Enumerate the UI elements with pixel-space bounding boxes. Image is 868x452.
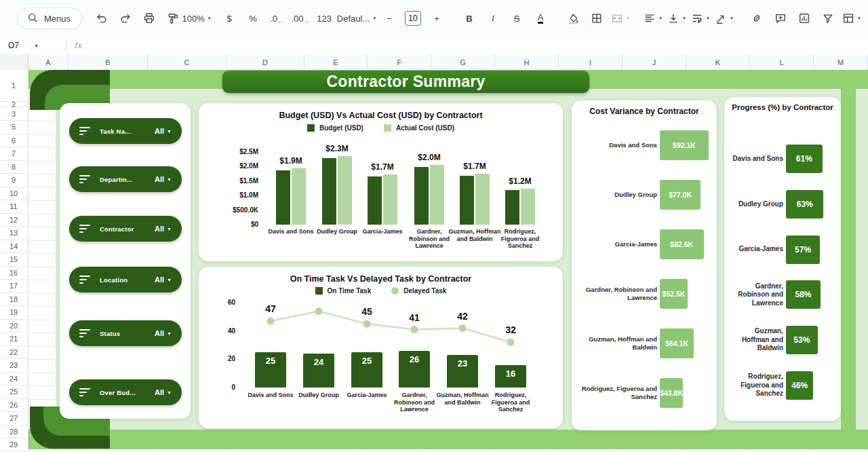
row-header-17[interactable]: 17: [0, 280, 27, 293]
filter-slicer-location[interactable]: LocationAll▼: [69, 267, 182, 293]
font-size-input[interactable]: 10: [405, 11, 421, 26]
name-box[interactable]: O7 ▼: [0, 41, 66, 50]
row-header-16[interactable]: 16: [0, 267, 27, 280]
dropdown-caret-icon: ▼: [626, 16, 630, 20]
table-views-button[interactable]: ▼: [841, 9, 863, 28]
horizontal-align-button[interactable]: ▼: [642, 9, 664, 28]
row-header-15[interactable]: 15: [0, 253, 27, 267]
row-header-2[interactable]: 2: [0, 102, 27, 107]
column-header-F[interactable]: F: [368, 54, 431, 70]
hbar-category-label: Gardner, Robinson and Lawrence: [576, 278, 657, 310]
row-header-13[interactable]: 13: [0, 227, 27, 240]
column-header-H[interactable]: H: [495, 54, 559, 70]
column-header-G[interactable]: G: [431, 54, 495, 70]
filter-slicer-contractor[interactable]: ContractorAll▼: [69, 216, 182, 242]
row-header-12[interactable]: 12: [0, 214, 27, 227]
row-header-18[interactable]: 18: [0, 293, 27, 307]
fill-color-button[interactable]: [562, 9, 584, 28]
text-color-button[interactable]: A: [530, 9, 551, 28]
borders-button[interactable]: [586, 9, 608, 28]
functions-button[interactable]: Σ: [865, 9, 868, 28]
filter-slicer-taskna[interactable]: Task Na...All▼: [69, 118, 182, 144]
font-size-decrease-button[interactable]: −: [378, 9, 400, 28]
bar-value-label: 16: [495, 369, 526, 379]
column-header-C[interactable]: C: [148, 54, 226, 70]
formula-input[interactable]: [81, 37, 868, 54]
format-percent-button[interactable]: %: [242, 9, 264, 28]
category-label: Rodriguez, Figueroa and Sanchez: [484, 392, 537, 413]
column-header-M[interactable]: M: [814, 54, 868, 70]
text-rotation-button[interactable]: ▼: [713, 9, 735, 28]
create-filter-button[interactable]: [817, 9, 839, 28]
row-header-23[interactable]: 23: [0, 359, 27, 373]
row-header-24[interactable]: 24: [0, 373, 27, 386]
column-header-E[interactable]: E: [304, 54, 368, 70]
row-header-28[interactable]: 28: [0, 426, 27, 439]
align-left-icon: [644, 12, 656, 24]
row-header-11[interactable]: 11: [0, 200, 27, 214]
redo-button[interactable]: [115, 9, 136, 28]
row-headers: 1235678910111213141516171819202122232425…: [0, 70, 28, 452]
filter-slicer-departm[interactable]: Departm...All▼: [69, 166, 182, 192]
row-header-10[interactable]: 10: [0, 187, 27, 201]
chart-title: Budget (USD) Vs Actual Cost (USD) by Con…: [199, 111, 563, 120]
row-header-1[interactable]: 1: [0, 70, 27, 102]
row-header-14[interactable]: 14: [0, 240, 27, 254]
bold-button[interactable]: B: [458, 9, 480, 28]
column-header-I[interactable]: I: [559, 54, 623, 70]
print-button[interactable]: [138, 9, 160, 28]
name-box-caret-icon[interactable]: ▼: [34, 43, 39, 48]
column-header-A[interactable]: A: [28, 54, 68, 70]
hbar-category-label: Davis and Sons: [726, 143, 783, 175]
toolbar: Menus100%▼$%.0←.00→123Defaul...▼−10+BISA…: [0, 0, 868, 37]
increase-decimal-button[interactable]: .00→: [290, 9, 311, 28]
menus-button[interactable]: Menus: [18, 7, 82, 29]
row-header-3[interactable]: 3: [0, 107, 27, 121]
decrease-decimal-button[interactable]: .0←: [266, 9, 288, 28]
row-header-9[interactable]: 9: [0, 174, 27, 187]
row-header-29[interactable]: 29: [0, 438, 27, 452]
column-header-J[interactable]: J: [623, 54, 686, 70]
strikethrough-button[interactable]: S: [506, 9, 528, 28]
row-header-5[interactable]: 5: [0, 121, 27, 134]
row-header-label: 24: [9, 375, 18, 383]
filter-slicer-status[interactable]: StatusAll▼: [69, 320, 182, 346]
zoom-select[interactable]: 100%▼: [186, 9, 208, 28]
font-size-increase-button[interactable]: +: [426, 9, 448, 28]
on-time-task-swatch: [315, 287, 323, 295]
filter-value: All: [155, 225, 164, 233]
row-header-8[interactable]: 8: [0, 161, 27, 174]
undo-button[interactable]: [91, 9, 113, 28]
font-size-input[interactable]: 10: [402, 9, 424, 28]
filter-label: Location: [100, 276, 127, 284]
insert-link-button[interactable]: [746, 9, 768, 28]
paint-format-button[interactable]: [162, 9, 184, 28]
column-header-B[interactable]: B: [68, 54, 148, 70]
row-header-20[interactable]: 20: [0, 320, 27, 333]
insert-comment-button[interactable]: [770, 9, 791, 28]
column-header-K[interactable]: K: [686, 54, 750, 70]
row-header-7[interactable]: 7: [0, 147, 27, 161]
format-currency-button[interactable]: $: [218, 9, 240, 28]
column-header-L[interactable]: L: [750, 54, 814, 70]
row-header-27[interactable]: 27: [0, 412, 27, 426]
number-format-button[interactable]: 123: [313, 9, 335, 28]
row-header-6[interactable]: 6: [0, 134, 27, 148]
insert-chart-button[interactable]: [793, 9, 815, 28]
row-header-label: 7: [12, 149, 16, 157]
font-select[interactable]: Defaul...▼: [346, 9, 368, 28]
column-header-D[interactable]: D: [226, 54, 304, 70]
vertical-align-button[interactable]: ▼: [666, 9, 688, 28]
progress-bar: 46%: [786, 371, 813, 400]
filter-slicer-overbud[interactable]: Over Bud...All▼: [69, 379, 182, 405]
category-label: Davis and Sons: [244, 392, 297, 399]
row-header-26[interactable]: 26: [0, 399, 27, 413]
row-header-21[interactable]: 21: [0, 333, 27, 346]
italic-button[interactable]: I: [482, 9, 504, 28]
corner-cell[interactable]: [0, 54, 28, 70]
merge-cells-button[interactable]: ▼: [610, 9, 631, 28]
row-header-19[interactable]: 19: [0, 306, 27, 320]
row-header-22[interactable]: 22: [0, 346, 27, 360]
row-header-25[interactable]: 25: [0, 385, 27, 399]
text-wrap-button[interactable]: ▼: [690, 9, 711, 28]
